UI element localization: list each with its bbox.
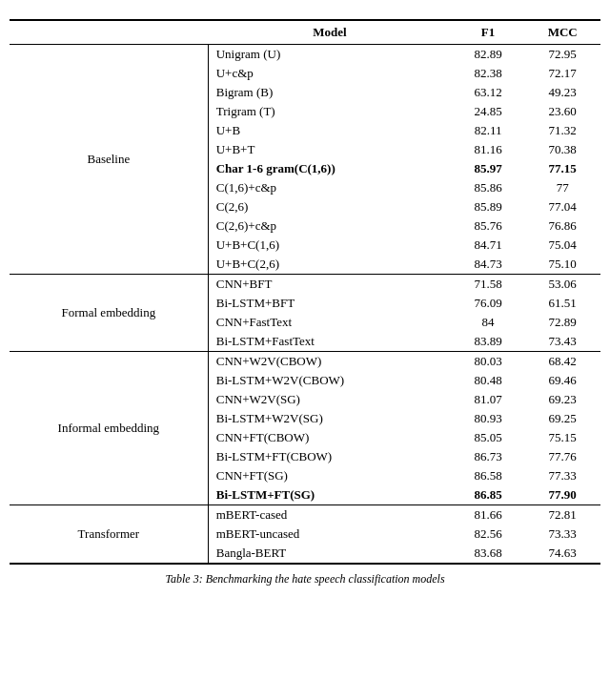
- f1-cell: 84: [452, 313, 525, 332]
- model-cell: Bi-LSTM+FT(CBOW): [208, 447, 452, 466]
- mcc-cell: 76.86: [524, 216, 600, 236]
- category-cell: Formal embedding: [10, 275, 208, 352]
- f1-cell: 80.48: [452, 371, 525, 390]
- f1-cell: 82.89: [452, 45, 525, 65]
- f1-cell: 76.09: [452, 294, 525, 313]
- mcc-cell: 77: [524, 178, 600, 197]
- f1-cell: 82.11: [452, 121, 525, 140]
- table-row: BaselineUnigram (U)82.8972.95: [10, 45, 600, 65]
- mcc-cell: 75.04: [524, 236, 600, 255]
- f1-cell: 84.73: [452, 255, 525, 275]
- f1-cell: 82.38: [452, 64, 525, 83]
- model-cell: C(1,6)+c&p: [208, 178, 452, 197]
- f1-cell: 82.56: [452, 525, 525, 544]
- mcc-cell: 69.23: [524, 390, 600, 409]
- model-cell: Bi-LSTM+W2V(SG): [208, 409, 452, 428]
- table-row: Informal embeddingCNN+W2V(CBOW)80.0368.4…: [10, 352, 600, 372]
- mcc-cell: 75.10: [524, 255, 600, 275]
- f1-cell: 86.73: [452, 447, 525, 466]
- table-header-row: Model F1 MCC: [10, 20, 600, 45]
- mcc-cell: 70.38: [524, 140, 600, 159]
- col-header-mcc: MCC: [524, 20, 600, 45]
- f1-cell: 85.76: [452, 216, 525, 236]
- table-container: Model F1 MCC BaselineUnigram (U)82.8972.…: [10, 19, 600, 587]
- col-header-f1: F1: [452, 20, 525, 45]
- f1-cell: 63.12: [452, 83, 525, 102]
- mcc-cell: 23.60: [524, 102, 600, 121]
- f1-cell: 84.71: [452, 236, 525, 255]
- table-row: Formal embeddingCNN+BFT71.5853.06: [10, 275, 600, 295]
- mcc-cell: 53.06: [524, 275, 600, 295]
- mcc-cell: 72.81: [524, 505, 600, 525]
- model-cell: CNN+W2V(SG): [208, 390, 452, 409]
- mcc-cell: 77.33: [524, 466, 600, 485]
- model-cell: Char 1-6 gram(C(1,6)): [208, 159, 452, 178]
- model-cell: U+B: [208, 121, 452, 140]
- model-cell: Bi-LSTM+FastText: [208, 332, 452, 352]
- f1-cell: 81.16: [452, 140, 525, 159]
- f1-cell: 83.89: [452, 332, 525, 352]
- f1-cell: 81.07: [452, 390, 525, 409]
- model-cell: CNN+FT(CBOW): [208, 428, 452, 447]
- mcc-cell: 72.95: [524, 45, 600, 65]
- mcc-cell: 77.15: [524, 159, 600, 178]
- mcc-cell: 72.17: [524, 64, 600, 83]
- model-cell: CNN+FT(SG): [208, 466, 452, 485]
- model-cell: Unigram (U): [208, 45, 452, 65]
- category-cell: Baseline: [10, 45, 208, 275]
- col-header-category: [10, 20, 208, 45]
- model-cell: U+c&p: [208, 64, 452, 83]
- f1-cell: 85.05: [452, 428, 525, 447]
- model-cell: Trigram (T): [208, 102, 452, 121]
- model-cell: mBERT-uncased: [208, 525, 452, 544]
- mcc-cell: 69.25: [524, 409, 600, 428]
- col-header-model: Model: [208, 20, 452, 45]
- mcc-cell: 75.15: [524, 428, 600, 447]
- f1-cell: 85.86: [452, 178, 525, 197]
- mcc-cell: 74.63: [524, 544, 600, 564]
- model-cell: C(2,6)+c&p: [208, 216, 452, 236]
- mcc-cell: 72.89: [524, 313, 600, 332]
- model-cell: U+B+C(2,6): [208, 255, 452, 275]
- f1-cell: 83.68: [452, 544, 525, 564]
- model-cell: C(2,6): [208, 197, 452, 216]
- category-cell: Transformer: [10, 505, 208, 565]
- f1-cell: 24.85: [452, 102, 525, 121]
- model-cell: Bangla-BERT: [208, 544, 452, 564]
- f1-cell: 80.93: [452, 409, 525, 428]
- mcc-cell: 61.51: [524, 294, 600, 313]
- f1-cell: 86.58: [452, 466, 525, 485]
- mcc-cell: 69.46: [524, 371, 600, 390]
- model-cell: CNN+BFT: [208, 275, 452, 295]
- model-cell: Bigram (B): [208, 83, 452, 102]
- model-cell: U+B+C(1,6): [208, 236, 452, 255]
- category-cell: Informal embedding: [10, 352, 208, 505]
- mcc-cell: 68.42: [524, 352, 600, 372]
- mcc-cell: 77.04: [524, 197, 600, 216]
- model-cell: Bi-LSTM+FT(SG): [208, 485, 452, 505]
- mcc-cell: 71.32: [524, 121, 600, 140]
- f1-cell: 81.66: [452, 505, 525, 525]
- f1-cell: 86.85: [452, 485, 525, 505]
- mcc-cell: 77.90: [524, 485, 600, 505]
- model-cell: Bi-LSTM+BFT: [208, 294, 452, 313]
- mcc-cell: 77.76: [524, 447, 600, 466]
- model-cell: mBERT-cased: [208, 505, 452, 525]
- mcc-cell: 73.43: [524, 332, 600, 352]
- mcc-cell: 49.23: [524, 83, 600, 102]
- model-cell: Bi-LSTM+W2V(CBOW): [208, 371, 452, 390]
- model-cell: CNN+FastText: [208, 313, 452, 332]
- f1-cell: 80.03: [452, 352, 525, 372]
- f1-cell: 85.97: [452, 159, 525, 178]
- table-caption: Table 3: Benchmarking the hate speech cl…: [10, 572, 600, 587]
- mcc-cell: 73.33: [524, 525, 600, 544]
- results-table: Model F1 MCC BaselineUnigram (U)82.8972.…: [10, 19, 600, 565]
- model-cell: CNN+W2V(CBOW): [208, 352, 452, 372]
- table-row: TransformermBERT-cased81.6672.81: [10, 505, 600, 525]
- model-cell: U+B+T: [208, 140, 452, 159]
- f1-cell: 85.89: [452, 197, 525, 216]
- f1-cell: 71.58: [452, 275, 525, 295]
